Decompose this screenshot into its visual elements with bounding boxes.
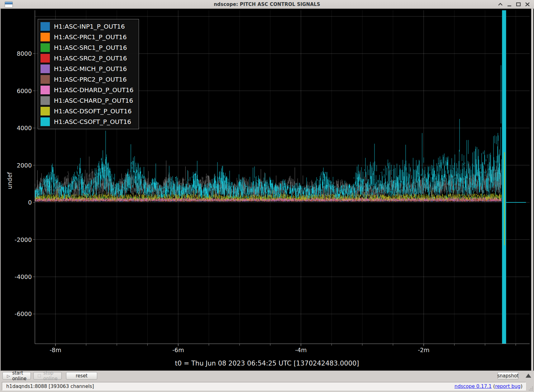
legend-channel-label: H1:ASC-SRC2_P_OUT16 (54, 54, 127, 62)
close-icon[interactable] (524, 1, 531, 8)
legend-item: H1:ASC-SRC1_P_OUT16 (41, 43, 134, 52)
start-online-button[interactable]: ▷ start online (2, 372, 31, 380)
legend-item: H1:ASC-PRC2_P_OUT16 (41, 75, 134, 84)
legend-channel-label: H1:ASC-DHARD_P_OUT16 (54, 86, 134, 94)
legend-swatch-icon (41, 75, 50, 84)
legend-item: H1:ASC-PRC1_P_OUT16 (41, 33, 134, 41)
stop-icon: ☐ (37, 374, 41, 378)
legend-swatch-icon (41, 64, 50, 73)
window-frame-left (0, 9, 1, 371)
legend-channel-label: H1:ASC-CSOFT_P_OUT16 (54, 118, 131, 125)
statusbar: h1daqnds1:8088 [393063 channels] ndscope… (0, 381, 534, 392)
legend-item: H1:ASC-CHARD_P_OUT16 (41, 96, 134, 105)
svg-text:-6000: -6000 (15, 310, 32, 317)
legend-channel-label: H1:ASC-INP1_P_OUT16 (54, 23, 125, 30)
svg-text:4000: 4000 (17, 125, 32, 131)
svg-text:-8m: -8m (50, 347, 61, 353)
legend-item: H1:ASC-DSOFT_P_OUT16 (41, 107, 134, 116)
server-status-text: h1daqnds1:8088 [393063 channels] (6, 384, 94, 389)
legend-item: H1:ASC-CSOFT_P_OUT16 (41, 117, 134, 126)
bottom-toolbar: ▷ start online ☐ stop online reset snaps… (0, 371, 534, 381)
legend-swatch-icon (41, 86, 50, 94)
legend-channel-label: H1:ASC-MICH_P_OUT16 (54, 65, 127, 73)
window-title: ndscope: PITCH ASC CONTROL SIGNALS (214, 2, 320, 7)
legend-swatch-icon (41, 43, 50, 52)
legend-item: H1:ASC-MICH_P_OUT16 (41, 64, 134, 73)
snapshot-button[interactable]: snapshot (498, 372, 518, 380)
svg-text:2000: 2000 (17, 162, 32, 169)
svg-text:-6m: -6m (172, 347, 184, 353)
shade-window-icon[interactable] (497, 1, 504, 8)
resize-grip[interactable] (528, 386, 533, 391)
status-field: h1daqnds1:8088 [393063 channels] ndscope… (2, 382, 526, 390)
snapshot-label: snapshot (497, 373, 518, 379)
titlebar[interactable]: ndscope: PITCH ASC CONTROL SIGNALS (0, 0, 534, 9)
start-online-label: start online (12, 370, 26, 381)
svg-text:-4000: -4000 (15, 273, 32, 280)
legend-swatch-icon (41, 117, 50, 126)
svg-text:undef: undef (6, 172, 13, 189)
app-window-icon (5, 2, 13, 7)
legend-channel-label: H1:ASC-PRC1_P_OUT16 (54, 33, 127, 41)
play-icon: ▷ (7, 374, 10, 378)
reset-label: reset (76, 373, 88, 379)
legend-channel-label: H1:ASC-DSOFT_P_OUT16 (54, 107, 131, 115)
ndscope-window: { "window": { "title": "ndscope: PITCH A… (0, 0, 534, 392)
version-info: ndscope 0.17.1 (report bug) (455, 384, 522, 389)
svg-text:-2m: -2m (418, 347, 429, 353)
stop-online-label: stop online (43, 370, 58, 381)
legend-swatch-icon (41, 54, 50, 63)
legend-channel-label: H1:ASC-PRC2_P_OUT16 (54, 76, 127, 83)
svg-text:0: 0 (28, 199, 32, 206)
legend-channel-label: H1:ASC-SRC1_P_OUT16 (54, 44, 127, 51)
window-controls (497, 0, 531, 9)
svg-text:-2000: -2000 (15, 236, 32, 243)
window-frame-right (531, 9, 533, 371)
legend-item: H1:ASC-SRC2_P_OUT16 (41, 54, 134, 63)
minimize-icon[interactable] (506, 1, 513, 8)
svg-text:6000: 6000 (17, 87, 32, 94)
maximize-icon[interactable] (515, 1, 522, 8)
svg-text:-4m: -4m (295, 347, 307, 353)
legend-swatch-icon (41, 96, 50, 105)
svg-text:t0 = Thu Jun 08 2023 06:54:25: t0 = Thu Jun 08 2023 06:54:25 UTC [13702… (175, 360, 359, 367)
legend-channel-label: H1:ASC-CHARD_P_OUT16 (54, 97, 133, 104)
reset-button[interactable]: reset (66, 372, 97, 380)
report-bug-link[interactable]: report bug (495, 384, 521, 389)
legend-item: H1:ASC-DHARD_P_OUT16 (41, 86, 134, 94)
legend-swatch-icon (41, 107, 50, 116)
legend-swatch-icon (41, 22, 50, 31)
legend[interactable]: H1:ASC-INP1_P_OUT16H1:ASC-PRC1_P_OUT16H1… (38, 19, 139, 129)
ndscope-version-link[interactable]: ndscope 0.17.1 (455, 384, 492, 389)
legend-item: H1:ASC-INP1_P_OUT16 (41, 22, 134, 31)
legend-swatch-icon (41, 33, 50, 41)
svg-text:8000: 8000 (17, 50, 32, 57)
stop-online-button[interactable]: ☐ stop online (33, 372, 62, 380)
plot-area[interactable]: -8m-6m-4m-2m80006000400020000-2000-4000-… (0, 9, 534, 371)
expand-panel-arrow-icon[interactable] (526, 374, 531, 378)
